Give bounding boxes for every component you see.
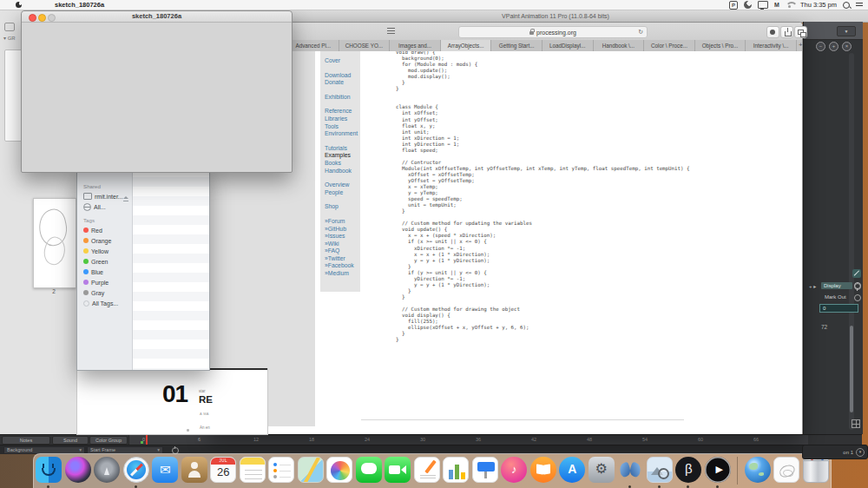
nav-link[interactable]: Download [325,72,360,80]
sidebar-item[interactable]: Red [77,225,132,235]
sidebar-item[interactable]: Green [77,256,132,267]
panel-icon[interactable] [4,23,15,31]
zoom-button[interactable] [48,14,56,22]
butterfly-app-dock-item[interactable] [617,457,643,488]
ibooks-dock-item[interactable] [530,457,556,488]
photos-dock-item[interactable] [326,457,352,488]
moon-icon[interactable] [744,1,752,9]
minimize-button[interactable] [38,14,46,22]
m-app-status-icon[interactable]: M [774,2,779,8]
nav-link[interactable]: Shop [325,203,360,211]
browser-toolbar[interactable]: processing.org ↻ [209,23,802,41]
appstore-dock-item[interactable] [559,457,585,488]
reminders-dock-item[interactable] [268,457,294,488]
safari-dock-item[interactable] [123,457,149,488]
collapse-icon[interactable]: − [816,42,825,51]
sidebar-item[interactable]: All Tags... [77,298,132,308]
browser-tab[interactable]: CHOOSE YO... [339,40,390,51]
processing-dock-item[interactable] [675,457,701,488]
timeline-tab-sound[interactable]: Sound [52,436,89,445]
numbers-dock-item[interactable] [443,457,469,488]
mark-out-radio[interactable] [854,294,861,301]
vpaint-window-titlebar[interactable]: VPaint Animation 11 Pro (11.0.8-64 bits) [243,10,868,23]
eject-icon[interactable] [123,194,128,199]
browser-tab[interactable]: Getting Start... [490,40,542,51]
pen-tool-icon[interactable] [852,269,861,278]
browser-tab[interactable]: LoadDisplayI... [542,40,593,51]
notes-dock-item[interactable] [240,457,266,488]
frame-input[interactable]: 0 [819,304,858,313]
p-app-status-icon[interactable]: P [729,1,738,10]
nav-link[interactable]: Examples [325,152,360,160]
nav-link[interactable]: Libraries [325,115,360,123]
browser-tab[interactable]: Handbook \... [593,40,644,51]
itunes-dock-item[interactable] [501,457,527,488]
nav-link[interactable]: Environment [325,130,360,138]
contacts-dock-item[interactable] [181,457,207,488]
trash-dock-item[interactable] [803,457,829,488]
sketch-stack-dock-item[interactable] [773,457,799,488]
notification-center-icon[interactable] [856,2,863,8]
new-tab-button[interactable]: + [796,40,805,51]
sidebar-item[interactable]: Yellow [77,246,132,256]
calendar-dock-item[interactable]: JUL26 [210,457,236,488]
panel-scrollbar-thumb[interactable] [850,326,853,412]
nav-link[interactable]: Cover [325,57,360,65]
apple-menu-icon[interactable] [16,2,22,8]
browser-tab[interactable]: Images and... [389,40,440,51]
add-icon[interactable]: + [829,42,838,51]
spotlight-icon[interactable] [843,2,850,9]
panel-dropdown-button[interactable]: ▼ [837,26,856,36]
browser-tab[interactable]: Interactivity \... [745,40,796,51]
close-button[interactable] [29,14,36,22]
nav-link[interactable]: »GitHub [325,226,360,234]
browser-tab[interactable]: Advanced Pl... [287,40,339,51]
nav-link[interactable]: »FAQ [325,247,360,255]
facetime-dock-item[interactable] [385,457,411,488]
nav-link[interactable]: »Forum [325,218,360,226]
sidebar-item[interactable]: Purple [77,277,132,287]
browser-tab[interactable]: ArrayObjects... [440,40,491,51]
sidebar-item[interactable]: Blue [77,267,132,277]
nav-link[interactable]: Overview [325,181,360,189]
nav-link[interactable]: Reference [325,108,360,115]
browser-tab[interactable]: Objects \ Pro... [694,40,746,51]
nav-link[interactable]: Books [325,160,360,168]
media-player-dock-item[interactable] [705,457,731,488]
image-viewer-dock-item[interactable] [647,457,673,488]
nav-link[interactable]: »Issues [325,233,360,241]
pages-dock-item[interactable] [414,457,440,488]
page-thumbnail[interactable] [33,198,76,288]
downloads-button[interactable] [766,26,779,38]
wifi-icon[interactable] [786,2,794,9]
nav-link[interactable]: Exhibition [325,94,360,102]
keynote-dock-item[interactable] [472,457,498,488]
browser-tab[interactable]: Color \ Proce... [643,40,694,51]
sketch-window-titlebar[interactable]: sketch_180726a [22,11,292,23]
timeline-tab-notes[interactable]: Notes [2,436,50,445]
corner-toggle-icon[interactable]: ▾ [856,448,865,457]
nav-link[interactable]: »Medium [325,270,360,278]
reload-icon[interactable]: ↻ [638,29,643,36]
sidebar-toggle-icon[interactable] [387,28,395,35]
expand-arrows[interactable]: + ▸ [809,283,816,289]
messages-dock-item[interactable] [356,457,382,488]
nav-link[interactable]: People [325,189,360,197]
timeline-ruler[interactable]: 0612182430364248546066 [128,435,808,445]
timeline-tab-color-group[interactable]: Color Group [89,436,128,445]
url-field[interactable]: processing.org ↻ [458,26,648,38]
display-field[interactable]: Display [821,282,852,289]
nav-link[interactable]: »Twitter [325,255,360,263]
sidebar-item[interactable]: Orange [77,235,132,246]
file-list[interactable] [133,168,209,370]
nav-link[interactable]: »Wiki [325,241,360,248]
sidebar-item[interactable]: rmit.inter... [77,191,132,201]
sidebar-item[interactable]: Gray [77,287,132,298]
share-button[interactable] [780,26,793,38]
launchpad-dock-item[interactable] [94,457,120,488]
display-status-icon[interactable] [758,1,768,9]
grid-icon[interactable] [852,419,860,428]
nav-link[interactable]: Tools [325,123,360,131]
finder-dock-item[interactable] [36,457,62,488]
menu-clock[interactable]: Thu 3:35 pm [800,1,837,9]
